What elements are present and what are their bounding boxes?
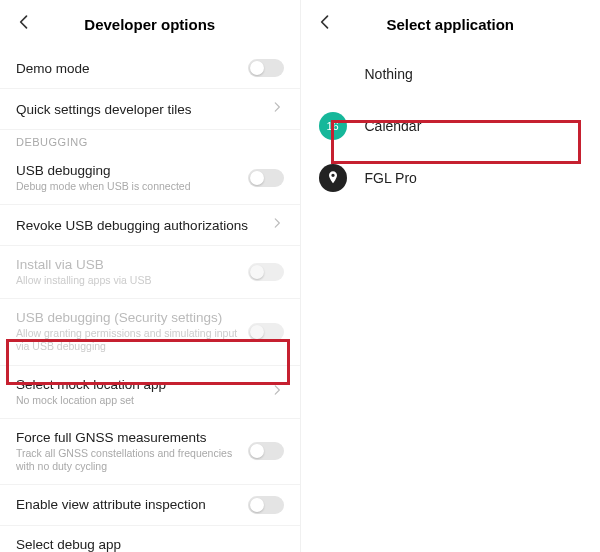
- header: Select application: [301, 0, 601, 48]
- row-title: USB debugging (Security settings): [16, 310, 238, 325]
- row-subtitle: Allow installing apps via USB: [16, 274, 238, 287]
- app-label: Calendar: [365, 118, 422, 134]
- row-revoke-usb[interactable]: Revoke USB debugging authorizations: [0, 205, 300, 246]
- toggle: [248, 263, 284, 281]
- toggle[interactable]: [248, 496, 284, 514]
- calendar-icon: 16: [319, 112, 347, 140]
- row-title: Force full GNSS measurements: [16, 430, 238, 445]
- row-install-via-usb: Install via USB Allow installing apps vi…: [0, 246, 300, 299]
- toggle[interactable]: [248, 59, 284, 77]
- toggle[interactable]: [248, 169, 284, 187]
- app-row-calendar[interactable]: 16 Calendar: [301, 100, 601, 152]
- chevron-right-icon: [270, 383, 284, 401]
- row-subtitle: Allow granting permissions and simulatin…: [16, 327, 238, 353]
- row-title: Select debug app: [16, 537, 274, 552]
- header: Developer options: [0, 0, 300, 48]
- row-title: Select mock location app: [16, 377, 260, 392]
- select-application-screen: Select application Nothing 16 Calendar F…: [301, 0, 601, 552]
- row-title: Demo mode: [16, 61, 238, 76]
- app-label: FGL Pro: [365, 170, 417, 186]
- app-label: Nothing: [365, 66, 413, 82]
- page-title: Developer options: [34, 16, 266, 33]
- app-row-nothing[interactable]: Nothing: [301, 48, 601, 100]
- row-quick-settings-tiles[interactable]: Quick settings developer tiles: [0, 89, 300, 130]
- toggle[interactable]: [248, 442, 284, 460]
- back-icon[interactable]: [315, 12, 335, 36]
- row-force-gnss[interactable]: Force full GNSS measurements Track all G…: [0, 419, 300, 485]
- row-view-attribute-inspection[interactable]: Enable view attribute inspection: [0, 485, 300, 526]
- back-icon[interactable]: [14, 12, 34, 36]
- app-icon-empty: [319, 60, 347, 88]
- row-title: Enable view attribute inspection: [16, 497, 238, 512]
- row-title: Quick settings developer tiles: [16, 102, 260, 117]
- row-select-mock-location[interactable]: Select mock location app No mock locatio…: [0, 366, 300, 419]
- row-subtitle: Debug mode when USB is connected: [16, 180, 238, 193]
- row-demo-mode[interactable]: Demo mode: [0, 48, 300, 89]
- location-pin-icon: [319, 164, 347, 192]
- developer-options-screen: Developer options Demo mode Quick settin…: [0, 0, 301, 552]
- section-header-debugging: DEBUGGING: [0, 130, 300, 152]
- row-title: USB debugging: [16, 163, 238, 178]
- row-usb-security: USB debugging (Security settings) Allow …: [0, 299, 300, 365]
- toggle: [248, 323, 284, 341]
- row-usb-debugging[interactable]: USB debugging Debug mode when USB is con…: [0, 152, 300, 205]
- chevron-right-icon: [270, 100, 284, 118]
- row-title: Install via USB: [16, 257, 238, 272]
- row-subtitle: Track all GNSS constellations and freque…: [16, 447, 238, 473]
- row-subtitle: No mock location app set: [16, 394, 260, 407]
- page-title: Select application: [335, 16, 567, 33]
- row-select-debug-app[interactable]: Select debug app: [0, 526, 300, 552]
- row-title: Revoke USB debugging authorizations: [16, 218, 260, 233]
- app-row-fgl-pro[interactable]: FGL Pro: [301, 152, 601, 204]
- chevron-right-icon: [270, 216, 284, 234]
